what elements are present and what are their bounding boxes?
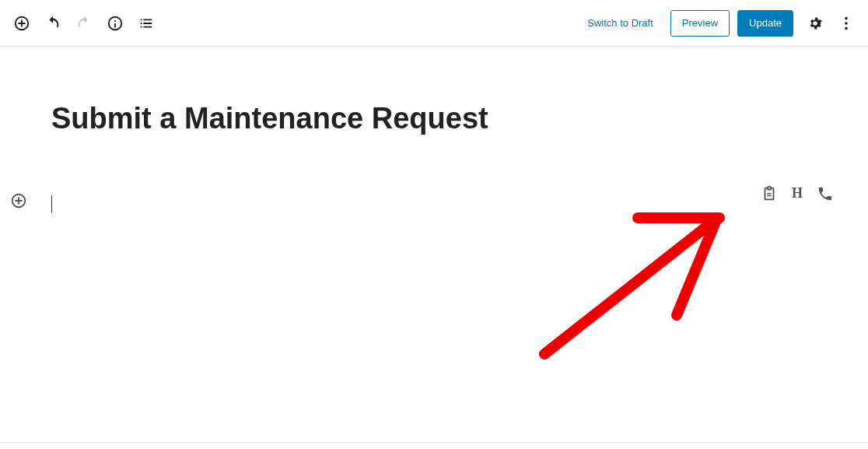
preview-button[interactable]: Preview	[670, 10, 730, 37]
add-block-button[interactable]	[8, 9, 36, 37]
bottom-divider	[0, 442, 868, 443]
switch-to-draft-button[interactable]: Switch to Draft	[578, 9, 663, 37]
more-vertical-icon	[838, 15, 855, 32]
update-button[interactable]: Update	[737, 10, 793, 37]
redo-button[interactable]	[70, 9, 98, 37]
list-outline-icon	[138, 15, 155, 32]
undo-icon	[44, 15, 61, 32]
undo-button[interactable]	[39, 9, 67, 37]
inline-add-block-button[interactable]	[8, 190, 30, 212]
editor-canvas: Submit a Maintenance Request H	[0, 101, 868, 218]
text-caret[interactable]	[51, 195, 52, 212]
toolbar-left-group	[8, 9, 160, 37]
more-options-button[interactable]	[832, 9, 860, 37]
plus-circle-icon	[10, 192, 27, 209]
gear-icon	[807, 15, 824, 32]
page-title[interactable]: Submit a Maintenance Request	[51, 101, 868, 137]
page-title-wrap: Submit a Maintenance Request	[51, 101, 868, 137]
phone-icon	[817, 185, 834, 202]
block-navigation-button[interactable]	[132, 9, 160, 37]
empty-block-row: H	[0, 190, 868, 218]
svg-point-2	[845, 26, 848, 30]
svg-point-1	[845, 22, 848, 25]
content-info-button[interactable]	[101, 9, 129, 37]
redo-icon	[75, 15, 93, 32]
form-block-suggestion[interactable]	[761, 185, 778, 202]
plus-circle-icon	[13, 15, 30, 32]
phone-block-suggestion[interactable]	[817, 185, 834, 202]
toolbar-right-group: Switch to Draft Preview Update	[578, 9, 860, 37]
block-type-suggestions: H	[761, 185, 834, 202]
svg-point-0	[845, 16, 848, 19]
settings-button[interactable]	[801, 9, 829, 37]
clipboard-icon	[761, 185, 778, 202]
info-icon	[107, 15, 124, 32]
editor-toolbar: Switch to Draft Preview Update	[0, 0, 868, 47]
heading-block-suggestion[interactable]: H	[792, 185, 803, 202]
annotation-arrow	[521, 198, 754, 370]
